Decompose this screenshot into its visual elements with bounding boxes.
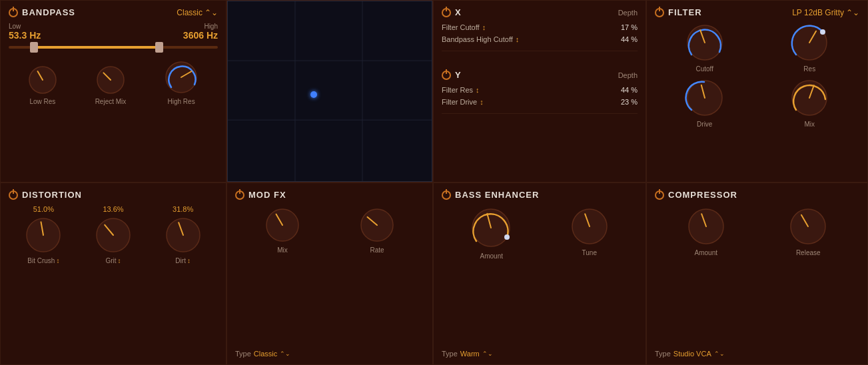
bandpass-low: Low 53.3 Hz [9,23,41,41]
bandpass-lowres-knob: Low Res [27,65,58,105]
bandpass-power-icon[interactable] [9,8,18,17]
compressor-type-row: Type Studio VCA ⌃⌄ [655,350,725,358]
bandpass-slider-fill [34,46,159,49]
distortion-dirt-svg[interactable] [164,216,203,254]
modfx-mix-svg[interactable] [264,206,301,244]
compressor-amount-svg[interactable] [686,206,726,246]
bandpass-preset[interactable]: Classic ⌃⌄ [177,8,218,17]
bandpass-high: High 3606 Hz [183,23,218,41]
xy-y-header: Y Depth [442,70,638,80]
xy-y-param-0: Filter Res ↕ 44 % [442,84,638,96]
bass-title: BASS ENHANCER [442,190,539,200]
filter-cutoff-svg[interactable] [685,23,725,63]
distortion-bitcrush-knob: Bit Crush ↕ [24,216,63,264]
bass-tune-svg[interactable] [570,206,610,246]
xy-x-header: X Depth [442,7,638,17]
xy-y-section: Y Depth Filter Res ↕ 44 % Filter Drive ↕ [442,70,638,114]
xy-spacer [442,57,638,65]
bass-tune-knob: Tune [570,206,610,260]
xy-y-label: Y [442,70,461,80]
filter-res-knob: Res [760,23,860,73]
xy-controls-panel: X Depth Filter Cutoff ↕ 17 % Bandpass Hi… [433,0,646,182]
bandpass-lowres-svg[interactable] [27,65,58,95]
modfx-rate-knob: Rate [358,206,396,254]
bandpass-panel: BANDPASS Classic ⌃⌄ Low 53.3 Hz High 360… [0,0,226,182]
bandpass-rejectmix-knob: Reject Mix [95,65,127,105]
filter-drive-knob: Drive [655,78,755,128]
xy-x-param-1: Bandpass High Cutoff ↕ 44 % [442,33,638,45]
filter-knobs-grid: Cutoff Res Drive [655,23,859,128]
xy-pad[interactable] [227,1,432,182]
filter-res-svg[interactable] [789,23,829,63]
filter-drive-svg[interactable] [685,78,725,118]
bandpass-rejectmix-svg[interactable] [95,65,126,95]
compressor-title: COMPRESSOR [655,190,737,200]
filter-title: FILTER [655,7,702,17]
main-grid: BANDPASS Classic ⌃⌄ Low 53.3 Hz High 360… [0,0,868,365]
compressor-power-icon[interactable] [655,190,664,200]
filter-mix-svg[interactable] [789,78,829,118]
xy-grid-svg [228,1,432,181]
filter-header: FILTER LP 12dB Gritty ⌃⌄ [655,7,859,17]
distortion-panel: DISTORTION 51.0% 13.6% 31.8% Bit Crush ↕ [0,182,226,365]
bass-knobs-row: Amount Tune [442,206,638,260]
xy-dot[interactable] [310,91,317,98]
filter-preset[interactable]: LP 12dB Gritty ⌃⌄ [792,8,859,17]
distortion-grit-knob: Grit ↕ [94,216,133,264]
bandpass-title: BANDPASS [9,7,75,17]
modfx-knobs-row: Mix Rate [235,206,424,254]
modfx-panel: MOD FX Mix Rate Type Classic [226,182,433,365]
distortion-dirt-knob: Dirt ↕ [164,216,203,264]
distortion-power-icon[interactable] [9,190,18,200]
bass-power-icon[interactable] [442,190,451,200]
bandpass-slider-thumb-low[interactable] [30,42,38,53]
bass-amount-svg[interactable] [470,206,513,250]
bandpass-range-row: Low 53.3 Hz High 3606 Hz [9,23,218,41]
compressor-release-svg[interactable] [788,206,828,246]
filter-cutoff-knob: Cutoff [655,23,755,73]
bass-header: BASS ENHANCER [442,190,638,200]
modfx-title: MOD FX [235,190,286,200]
distortion-header: DISTORTION [9,190,218,200]
xy-x-power[interactable] [442,8,451,17]
xy-controls: X Depth Filter Cutoff ↕ 17 % Bandpass Hi… [442,7,638,114]
modfx-power-icon[interactable] [235,190,244,200]
compressor-amount-knob: Amount [686,206,726,256]
modfx-header: MOD FX [235,190,424,200]
distortion-title: DISTORTION [9,190,82,200]
xy-x-label: X [442,7,461,17]
modfx-rate-svg[interactable] [358,206,396,244]
compressor-header: COMPRESSOR [655,190,859,200]
bandpass-highres-svg[interactable] [163,59,199,95]
filter-panel: FILTER LP 12dB Gritty ⌃⌄ Cutoff [646,0,868,182]
xy-y-power[interactable] [442,71,451,80]
distortion-knobs-row: Bit Crush ↕ Grit ↕ [9,216,218,264]
bandpass-slider[interactable] [9,46,218,49]
modfx-type-row: Type Classic ⌃⌄ [235,350,290,358]
bass-enhancer-panel: BASS ENHANCER Amount Tune [433,182,646,365]
xy-pad-panel [226,0,433,182]
bass-amount-knob: Amount [470,206,513,260]
filter-mix-knob: Mix [760,78,860,128]
bandpass-highres-knob: High Res [163,59,199,105]
distortion-bitcrush-svg[interactable] [24,216,63,254]
svg-point-18 [504,234,510,240]
xy-x-param-0: Filter Cutoff ↕ 17 % [442,21,638,33]
distortion-grit-svg[interactable] [94,216,133,254]
bass-type-row: Type Warm ⌃⌄ [442,350,493,358]
svg-point-9 [820,29,825,35]
compressor-release-knob: Release [788,206,828,256]
compressor-knobs-row: Amount Release [655,206,859,256]
compressor-panel: COMPRESSOR Amount Release Type Stud [646,182,868,365]
bandpass-knobs-row: Low Res Reject Mix High Res [9,59,218,105]
distortion-values-row: 51.0% 13.6% 31.8% [9,205,218,213]
modfx-mix-knob: Mix [264,206,301,254]
bandpass-header: BANDPASS Classic ⌃⌄ [9,7,218,17]
filter-power-icon[interactable] [655,8,664,17]
bandpass-slider-thumb-high[interactable] [155,42,163,53]
xy-y-param-1: Filter Drive ↕ 23 % [442,96,638,108]
xy-x-section: X Depth Filter Cutoff ↕ 17 % Bandpass Hi… [442,7,638,51]
